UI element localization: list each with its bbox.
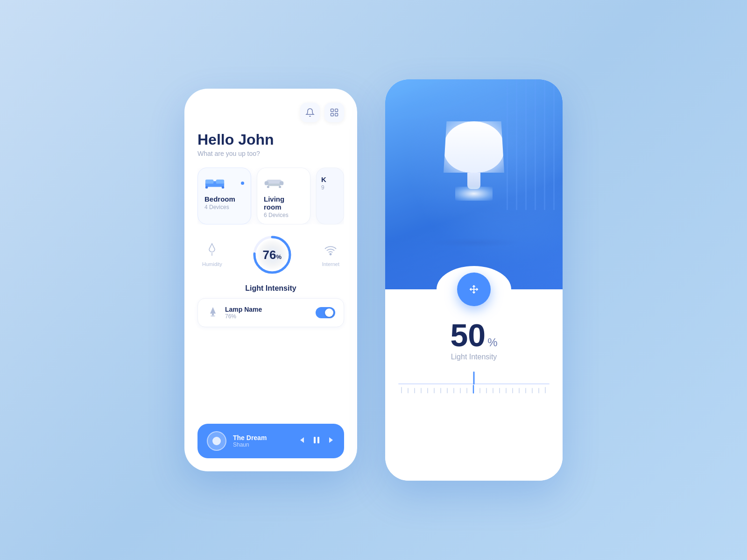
music-info: The Dream Shaun — [233, 434, 292, 448]
humidity-stat: Humidity — [202, 243, 222, 267]
lamp-percent: 76% — [225, 313, 310, 320]
music-title: The Dream — [233, 434, 292, 441]
intensity-display: 50 % — [451, 319, 498, 351]
humidity-icon — [206, 243, 218, 259]
pause-button[interactable] — [312, 436, 321, 446]
active-indicator — [241, 182, 244, 185]
bell-icon — [305, 108, 315, 117]
bed-icon — [204, 175, 225, 190]
svg-rect-14 — [279, 186, 281, 188]
svg-rect-22 — [314, 437, 316, 443]
rooms-row: Bedroom 4 Devices Living room 6 De — [197, 168, 344, 224]
top-icon-bar — [197, 103, 344, 122]
intensity-slider[interactable] — [398, 374, 550, 393]
phone-2-bottom: 50 % Light Intensity — [385, 289, 563, 481]
svg-rect-5 — [205, 180, 214, 184]
prev-button[interactable] — [298, 436, 306, 446]
svg-point-21 — [211, 315, 215, 317]
music-artist: Shaun — [233, 441, 292, 448]
internet-stat: Internet — [322, 243, 339, 267]
intensity-number: 50 — [451, 319, 486, 351]
directional-control[interactable] — [457, 273, 491, 306]
grid-button[interactable] — [324, 103, 344, 122]
lamp-small-icon — [206, 305, 219, 320]
lamp-card[interactable]: Lamp Name 76% — [197, 298, 344, 327]
grid-icon — [330, 108, 339, 117]
bedroom-card[interactable]: Bedroom 4 Devices — [197, 168, 251, 224]
greeting-title: Hello John — [197, 132, 344, 148]
lamp-info: Lamp Name 76% — [225, 306, 310, 320]
greeting-subtitle: What are you up too? — [197, 150, 344, 157]
living-room-card[interactable]: Living room 6 Devices — [257, 168, 310, 224]
next-button[interactable] — [327, 436, 335, 446]
svg-rect-8 — [222, 186, 224, 189]
directional-icon — [466, 282, 481, 297]
svg-rect-0 — [331, 109, 334, 112]
internet-label: Internet — [322, 261, 339, 267]
wifi-icon — [324, 243, 337, 259]
music-avatar-inner — [212, 437, 221, 445]
lamp-shade — [444, 121, 504, 173]
bedroom-name: Bedroom — [204, 195, 244, 203]
lamp-name: Lamp Name — [225, 306, 310, 313]
progress-value: 76% — [262, 248, 281, 262]
phone-2: 50 % Light Intensity — [385, 79, 563, 481]
svg-rect-1 — [335, 109, 338, 112]
stats-row: Humidity 76% — [197, 234, 344, 276]
music-controls — [298, 436, 335, 446]
living-room-name: Living room — [264, 195, 303, 211]
svg-rect-3 — [335, 113, 338, 116]
floor-shadow — [427, 238, 521, 247]
circle-progress: 76% — [251, 234, 293, 276]
phone-1: Hello John What are you up too? Bedroom — [184, 89, 357, 471]
lamp-toggle[interactable] — [316, 307, 335, 318]
svg-rect-7 — [205, 186, 208, 189]
slider-thumb — [473, 371, 475, 385]
lamp-glow — [455, 187, 493, 201]
more-room-num: 9 — [321, 184, 339, 191]
notification-button[interactable] — [300, 103, 320, 122]
light-intensity-title: Light Intensity — [197, 284, 344, 293]
music-player: The Dream Shaun — [197, 424, 344, 458]
bedroom-icon-row — [204, 175, 244, 190]
living-room-icon-row — [264, 175, 303, 190]
lamp-container — [427, 121, 521, 247]
svg-rect-23 — [317, 437, 319, 443]
more-room-letter: K — [321, 175, 339, 183]
intensity-unit: % — [487, 336, 497, 349]
greeting-section: Hello John What are you up too? — [197, 132, 344, 157]
svg-rect-13 — [267, 186, 269, 188]
bedroom-devices: 4 Devices — [204, 204, 244, 210]
phone-2-top — [385, 79, 563, 289]
humidity-label: Humidity — [202, 261, 222, 267]
slider-ticks — [399, 384, 549, 394]
svg-rect-6 — [216, 180, 225, 184]
svg-rect-2 — [331, 113, 334, 116]
more-room-card[interactable]: K 9 — [316, 168, 344, 224]
intensity-label: Light Intensity — [451, 353, 497, 361]
living-room-devices: 6 Devices — [264, 212, 303, 218]
svg-rect-12 — [268, 184, 280, 186]
svg-point-19 — [330, 253, 331, 255]
sofa-icon — [264, 175, 284, 190]
music-avatar — [207, 431, 226, 451]
